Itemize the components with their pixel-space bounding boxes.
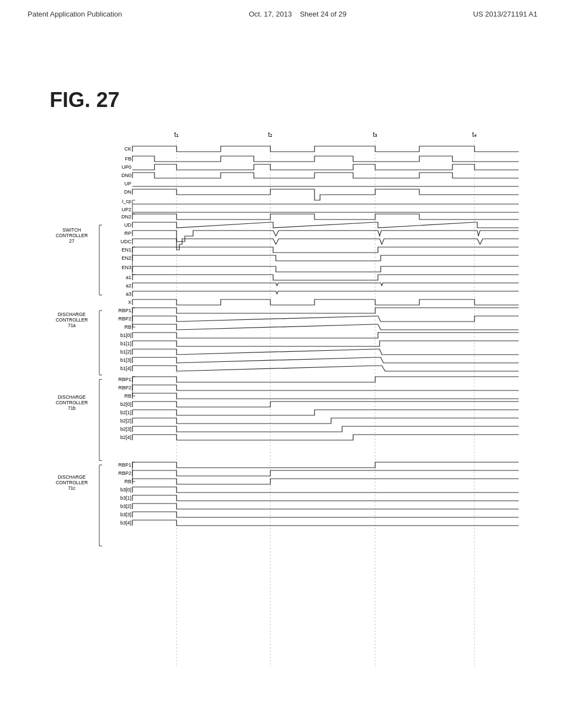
svg-text:RB: RB bbox=[124, 393, 131, 399]
svg-text:DN0: DN0 bbox=[121, 173, 131, 178]
svg-text:CK: CK bbox=[124, 146, 131, 152]
svg-text:RB: RB bbox=[124, 324, 131, 330]
svg-text:UD: UD bbox=[124, 222, 131, 228]
svg-text:SWITCH: SWITCH bbox=[62, 227, 81, 233]
svg-text:71c: 71c bbox=[68, 485, 76, 491]
svg-text:RBP2: RBP2 bbox=[118, 470, 131, 476]
svg-text:b1[0]: b1[0] bbox=[120, 333, 131, 338]
page: Patent Application Publication Oct. 17, … bbox=[0, 0, 565, 728]
svg-text:b1[2]: b1[2] bbox=[120, 349, 131, 355]
svg-text:DISCHARGE: DISCHARGE bbox=[58, 394, 86, 400]
page-header: Patent Application Publication Oct. 17, … bbox=[0, 0, 565, 18]
svg-text:UP: UP bbox=[124, 181, 131, 186]
svg-text:b2[2]: b2[2] bbox=[120, 418, 131, 424]
svg-text:UP2: UP2 bbox=[121, 207, 131, 212]
svg-text:EN3: EN3 bbox=[121, 265, 131, 270]
svg-text:a3: a3 bbox=[126, 291, 131, 297]
header-left: Patent Application Publication bbox=[28, 10, 122, 18]
svg-text:RP: RP bbox=[124, 231, 131, 236]
svg-text:71a: 71a bbox=[68, 323, 76, 328]
svg-text:b3[4]: b3[4] bbox=[120, 520, 131, 526]
svg-text:a2: a2 bbox=[126, 283, 131, 288]
svg-text:UDC: UDC bbox=[121, 239, 132, 244]
svg-text:b3[2]: b3[2] bbox=[120, 504, 131, 509]
svg-text:b2[0]: b2[0] bbox=[120, 402, 131, 407]
svg-text:I_cp: I_cp bbox=[122, 199, 131, 204]
svg-text:t₄: t₄ bbox=[472, 131, 477, 138]
svg-text:b2[1]: b2[1] bbox=[120, 410, 131, 415]
svg-text:X: X bbox=[128, 299, 131, 305]
svg-text:a1: a1 bbox=[126, 275, 131, 280]
svg-text:CONTROLLER: CONTROLLER bbox=[56, 400, 88, 405]
svg-text:DN: DN bbox=[124, 189, 131, 195]
svg-text:RBP1: RBP1 bbox=[118, 308, 131, 313]
figure-title: FIG. 27 bbox=[50, 88, 120, 112]
svg-text:FB: FB bbox=[125, 156, 131, 162]
svg-text:b1[1]: b1[1] bbox=[120, 341, 131, 346]
svg-text:CONTROLLER: CONTROLLER bbox=[56, 480, 88, 485]
svg-text:t₃: t₃ bbox=[373, 131, 377, 138]
svg-text:RB: RB bbox=[124, 479, 131, 484]
svg-text:EN1: EN1 bbox=[121, 247, 131, 253]
svg-text:b3[0]: b3[0] bbox=[120, 487, 131, 493]
svg-text:CONTROLLER: CONTROLLER bbox=[56, 317, 88, 323]
svg-text:RBP1: RBP1 bbox=[118, 462, 131, 468]
svg-text:b2[3]: b2[3] bbox=[120, 426, 131, 432]
svg-text:RBP1: RBP1 bbox=[118, 377, 131, 382]
svg-text:b1[4]: b1[4] bbox=[120, 366, 131, 371]
svg-text:b2[4]: b2[4] bbox=[120, 435, 131, 440]
svg-text:b1[3]: b1[3] bbox=[120, 357, 131, 363]
svg-text:CONTROLLER: CONTROLLER bbox=[56, 233, 88, 238]
header-right: US 2013/271191 A1 bbox=[473, 10, 537, 18]
svg-text:DN2: DN2 bbox=[121, 214, 131, 220]
svg-text:DISCHARGE: DISCHARGE bbox=[58, 474, 86, 480]
svg-text:RBP2: RBP2 bbox=[118, 385, 131, 390]
svg-text:b3[3]: b3[3] bbox=[120, 512, 131, 517]
svg-text:DISCHARGE: DISCHARGE bbox=[58, 312, 86, 317]
svg-text:27: 27 bbox=[69, 238, 74, 244]
svg-text:71b: 71b bbox=[68, 405, 76, 411]
svg-text:RBP2: RBP2 bbox=[118, 316, 131, 322]
svg-text:t₂: t₂ bbox=[268, 131, 273, 138]
svg-text:b3[1]: b3[1] bbox=[120, 495, 131, 501]
header-center: Oct. 17, 2013 Sheet 24 of 29 bbox=[249, 10, 347, 18]
svg-text:UP0: UP0 bbox=[121, 164, 131, 170]
svg-text:EN2: EN2 bbox=[121, 255, 131, 261]
timing-diagram: t₁ t₂ t₃ t₄ CK FB UP0 DN0 UP DN I_cp bbox=[22, 121, 541, 678]
svg-text:t₁: t₁ bbox=[174, 131, 179, 138]
